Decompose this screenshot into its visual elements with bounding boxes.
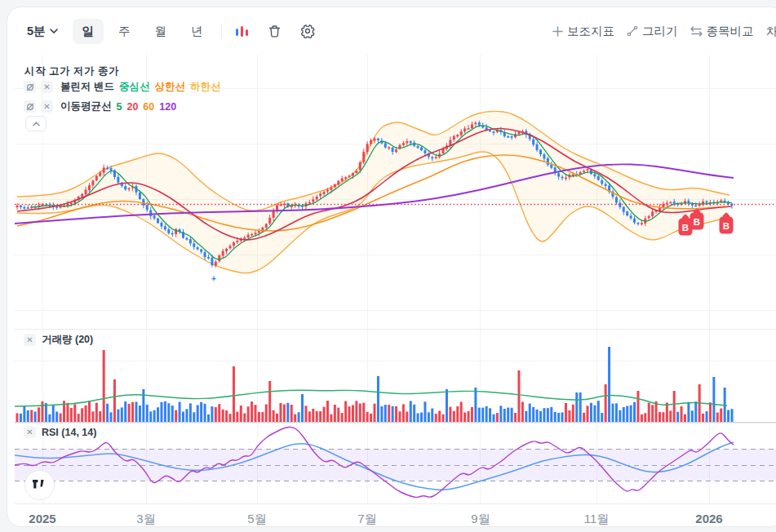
axis-label: 5월	[247, 512, 266, 527]
plus-icon	[552, 26, 563, 37]
svg-text:B: B	[682, 223, 689, 233]
interval-dropdown[interactable]: 5분	[27, 24, 58, 39]
tradingview-mark	[33, 480, 47, 490]
draw-label: 그리기	[642, 24, 678, 39]
compare-button[interactable]: 종목비교	[690, 24, 754, 39]
bollinger-lower-label: 하한선	[190, 80, 221, 94]
tradingview-logo[interactable]	[24, 470, 55, 500]
axis-label: 3월	[136, 512, 155, 527]
volume-legend-row: ✕ 거래량 (20)	[24, 333, 93, 347]
close-icon[interactable]: ✕	[41, 81, 53, 93]
close-icon[interactable]: ✕	[24, 334, 36, 346]
compare-arrows-icon	[690, 26, 703, 37]
toolbar-divider	[221, 24, 222, 38]
ma-legend-row: ✕ 이동평균선 5 20 60 120	[24, 100, 176, 113]
tab-week[interactable]: 주	[109, 19, 140, 44]
bollinger-mid-label: 중심선	[119, 80, 150, 94]
add-indicator-button[interactable]: 보조지표	[552, 24, 614, 39]
axis-label: 9월	[471, 512, 490, 527]
trendline-icon	[627, 25, 638, 37]
time-axis[interactable]: 20253월5월7월9월11월20266	[15, 512, 776, 530]
rsi-legend-label: RSI (14, 14)	[42, 427, 96, 438]
toolbar-right: 보조지표 그리기 종목비교 차트	[552, 19, 776, 43]
svg-text:+: +	[211, 274, 216, 283]
period-tabs: 일 주 월 년	[73, 19, 213, 44]
rsi-legend-row: ✕ RSI (14, 14)	[24, 426, 96, 438]
svg-text:B: B	[694, 217, 700, 227]
tab-year[interactable]: 년	[181, 19, 213, 44]
bollinger-legend-title: 볼린저 밴드	[60, 80, 114, 94]
trash-icon[interactable]	[266, 22, 284, 40]
tab-day[interactable]: 일	[73, 19, 104, 44]
chart-settings-label: 차트	[766, 24, 776, 39]
ma5-label: 5	[117, 101, 122, 113]
bollinger-legend-row: ✕ 볼린저 밴드 중심선 상한선 하한선	[24, 80, 220, 94]
toolbar-icon-group	[233, 22, 317, 40]
gear-icon[interactable]	[299, 22, 317, 40]
chart-settings-button[interactable]: 차트	[766, 24, 776, 39]
ohlc-legend: 시작 고가 저가 종가	[24, 64, 119, 78]
axis-label: 2026	[695, 512, 722, 525]
ma60-label: 60	[143, 101, 154, 113]
candle-chart-icon[interactable]	[233, 22, 251, 40]
bollinger-upper-label: 상한선	[154, 80, 185, 94]
add-indicator-label: 보조지표	[567, 24, 614, 39]
chart-canvas[interactable]: +BBB	[15, 53, 776, 510]
tab-month[interactable]: 월	[145, 19, 177, 44]
ma-legend-title: 이동평균선	[60, 100, 112, 113]
ma20-label: 20	[126, 101, 138, 113]
ma120-label: 120	[159, 101, 176, 113]
chevron-up-icon	[33, 122, 40, 126]
collapse-legend-button[interactable]	[25, 116, 47, 131]
axis-label: 11월	[584, 512, 610, 527]
close-icon[interactable]: ✕	[41, 100, 53, 113]
svg-text:B: B	[723, 221, 729, 231]
hide-indicator-icon[interactable]	[24, 100, 36, 113]
chart-card: 5분 일 주 월 년	[7, 7, 776, 527]
chevron-down-icon	[50, 29, 58, 33]
compare-label: 종목비교	[707, 24, 754, 39]
toolbar: 5분 일 주 월 년	[27, 19, 317, 43]
close-icon[interactable]: ✕	[24, 426, 36, 438]
interval-label: 5분	[27, 24, 46, 39]
hide-indicator-icon[interactable]	[24, 81, 36, 93]
volume-legend-label: 거래량 (20)	[42, 333, 93, 347]
draw-button[interactable]: 그리기	[627, 24, 678, 39]
axis-label: 2025	[29, 512, 55, 525]
axis-label: 7월	[357, 512, 376, 527]
